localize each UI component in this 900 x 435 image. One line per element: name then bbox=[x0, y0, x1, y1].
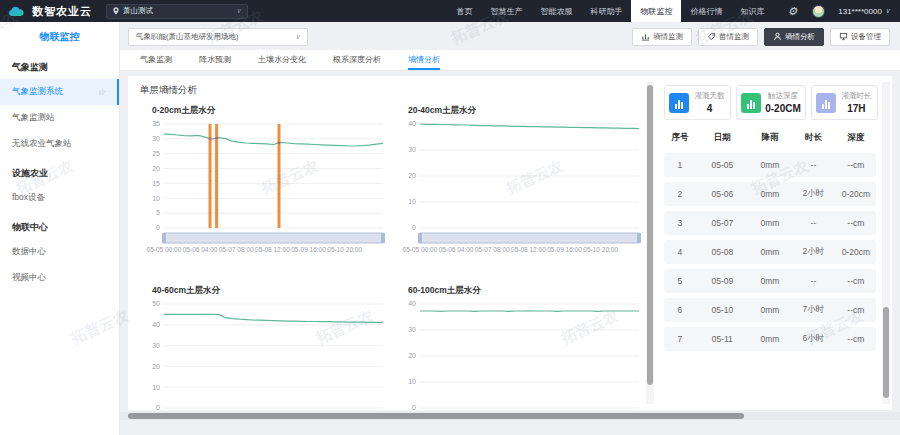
sidebar-item-气象监测站[interactable]: 气象监测站 bbox=[0, 105, 119, 131]
svg-text:05-10 20:00: 05-10 20:00 bbox=[327, 246, 362, 253]
table-cell: 0-20cm bbox=[836, 189, 876, 199]
sidebar-item-视频中心[interactable]: 视频中心 bbox=[0, 265, 119, 291]
table-cell: 05-09 bbox=[696, 276, 749, 286]
svg-text:0: 0 bbox=[412, 404, 416, 410]
column-header: 序号 bbox=[664, 132, 696, 144]
sidebar-group-label: 物联中心 bbox=[0, 211, 119, 239]
scrollbar-thumb[interactable] bbox=[883, 307, 889, 397]
sidebar-group-label: 设施农业 bbox=[0, 157, 119, 185]
table-cell: 4 bbox=[664, 247, 696, 257]
tab-墒情分析[interactable]: 墒情分析 bbox=[408, 50, 440, 70]
sidebar-item-label: 气象监测站 bbox=[12, 112, 55, 124]
column-header: 深度 bbox=[836, 132, 876, 144]
table-cell: 05-11 bbox=[696, 334, 749, 344]
person-icon bbox=[773, 32, 782, 41]
svg-text:30: 30 bbox=[152, 342, 160, 349]
sidebar-item-fbox设备[interactable]: fbox设备 bbox=[0, 185, 119, 211]
table-cell: 5 bbox=[664, 276, 696, 286]
svg-text:40: 40 bbox=[152, 321, 160, 328]
irrigation-table: 序号日期降雨时长深度105-050mm----cm205-060mm2小时0-2… bbox=[664, 129, 878, 410]
action-button-墒情分析[interactable]: 墒情分析 bbox=[764, 28, 824, 46]
table-cell: 1 bbox=[664, 160, 696, 170]
action-button-苗情监测[interactable]: 苗情监测 bbox=[698, 28, 758, 46]
table-row[interactable]: 605-100mm7小时--cm bbox=[664, 298, 876, 322]
column-header: 时长 bbox=[791, 132, 836, 144]
table-cell: 05-06 bbox=[696, 189, 749, 199]
soil-moisture-chart[interactable]: 40-60cm土层水分0102030405005-05 00:0005-06 0… bbox=[138, 282, 390, 410]
table-row[interactable]: 205-060mm2小时0-20cm bbox=[664, 182, 876, 206]
table-cell: 3 bbox=[664, 218, 696, 228]
nav-item-首页[interactable]: 首页 bbox=[447, 0, 481, 22]
stat-label: 灌溉时长 bbox=[840, 91, 873, 101]
user-avatar[interactable] bbox=[812, 5, 825, 18]
table-cell: 6小时 bbox=[791, 333, 836, 345]
table-row[interactable]: 505-090mm----cm bbox=[664, 269, 876, 293]
stat-card-灌溉时长: 灌溉时长17H bbox=[811, 85, 878, 120]
table-cell: 05-08 bbox=[696, 247, 749, 257]
sidebar-item-数据中心[interactable]: 数据中心 bbox=[0, 239, 119, 265]
nav-item-知识库[interactable]: 知识库 bbox=[731, 0, 773, 22]
tab-降水预测[interactable]: 降水预测 bbox=[199, 50, 231, 70]
svg-text:5: 5 bbox=[156, 209, 160, 216]
charts-vertical-scrollbar[interactable] bbox=[646, 82, 654, 404]
action-button-设备管理[interactable]: 设备管理 bbox=[830, 28, 890, 46]
svg-text:40: 40 bbox=[408, 120, 416, 127]
tab-土壤水分变化[interactable]: 土壤水分变化 bbox=[258, 50, 306, 70]
svg-text:10: 10 bbox=[152, 384, 160, 391]
action-label: 墒情监测 bbox=[653, 32, 683, 42]
table-cell: 0mm bbox=[749, 276, 791, 286]
action-label: 墒情分析 bbox=[785, 32, 815, 42]
nav-item-智慧生产[interactable]: 智慧生产 bbox=[481, 0, 531, 22]
svg-text:05-07 08:00: 05-07 08:00 bbox=[219, 246, 254, 253]
sidebar-item-label: 无线农业气象站 bbox=[12, 138, 72, 150]
soil-moisture-chart[interactable]: 0-20cm土层水分0510152025303505-05 00:0005-06… bbox=[138, 102, 390, 272]
top-nav: 首页智慧生产智能农服科研助手物联监控价格行情知识库 bbox=[447, 0, 773, 22]
device-selector[interactable]: 气象职能(萧山基地研发用场地) bbox=[128, 28, 308, 46]
nav-item-智能农服[interactable]: 智能农服 bbox=[531, 0, 581, 22]
nav-item-物联监控[interactable]: 物联监控 bbox=[631, 0, 681, 22]
table-row[interactable]: 305-070mm----cm bbox=[664, 211, 876, 235]
content-card-wrap: 单层墒情分析 0-20cm土层水分0510152025303505-05 00:… bbox=[120, 71, 900, 410]
sidebar-item-气象监测系统[interactable]: 气象监测系统 bbox=[0, 79, 119, 105]
svg-text:05-05 00:00: 05-05 00:00 bbox=[147, 246, 182, 253]
location-selector[interactable]: 萧山测试 bbox=[106, 4, 248, 19]
svg-text:05-05 00:00: 05-05 00:00 bbox=[403, 246, 438, 253]
table-row[interactable]: 705-110mm6小时--cm bbox=[664, 327, 876, 351]
tab-根系深度分析[interactable]: 根系深度分析 bbox=[333, 50, 381, 70]
user-phone: 131****0000 bbox=[838, 7, 882, 16]
star-icon[interactable] bbox=[97, 88, 105, 97]
svg-text:0: 0 bbox=[156, 404, 160, 410]
table-cell: --cm bbox=[836, 334, 876, 344]
horizontal-scrollbar[interactable] bbox=[120, 412, 900, 420]
column-header: 日期 bbox=[696, 132, 749, 144]
scrollbar-thumb[interactable] bbox=[128, 413, 744, 419]
table-row[interactable]: 105-050mm----cm bbox=[664, 153, 876, 177]
table-row[interactable]: 405-080mm2小时0-20cm bbox=[664, 240, 876, 264]
sidebar-title: 物联监控 bbox=[0, 22, 119, 51]
svg-text:20: 20 bbox=[152, 165, 160, 172]
settings-gear-icon[interactable] bbox=[787, 6, 797, 17]
nav-item-科研助手[interactable]: 科研助手 bbox=[581, 0, 631, 22]
svg-text:05-08 12:00: 05-08 12:00 bbox=[255, 246, 290, 253]
svg-text:05-07 08:00: 05-07 08:00 bbox=[475, 246, 510, 253]
table-vertical-scrollbar[interactable] bbox=[882, 82, 890, 404]
content-card: 单层墒情分析 0-20cm土层水分0510152025303505-05 00:… bbox=[128, 76, 892, 410]
sidebar-item-无线农业气象站[interactable]: 无线农业气象站 bbox=[0, 131, 119, 157]
table-cell: 2小时 bbox=[791, 188, 836, 200]
action-button-墒情监测[interactable]: 墒情监测 bbox=[632, 28, 692, 46]
user-menu[interactable]: 131****0000 bbox=[838, 7, 890, 16]
table-cell: 2 bbox=[664, 189, 696, 199]
svg-text:20: 20 bbox=[408, 352, 416, 359]
stat-card-触达深度: 触达深度0-20CM bbox=[736, 85, 806, 120]
svg-text:25: 25 bbox=[152, 150, 160, 157]
scrollbar-thumb[interactable] bbox=[647, 85, 653, 384]
soil-moisture-chart[interactable]: 60-100cm土层水分01020304005-05 00:0005-06 04… bbox=[394, 282, 646, 410]
nav-item-价格行情[interactable]: 价格行情 bbox=[681, 0, 731, 22]
stat-cards: 灌溉天数4触达深度0-20CM灌溉时长17H bbox=[664, 85, 878, 120]
chart-title: 0-20cm土层水分 bbox=[138, 102, 390, 118]
soil-moisture-chart[interactable]: 20-40cm土层水分01020304005-05 00:0005-06 04:… bbox=[394, 102, 646, 272]
stat-card-灌溉天数: 灌溉天数4 bbox=[664, 85, 731, 120]
tab-气象监测[interactable]: 气象监测 bbox=[140, 50, 172, 70]
svg-text:50: 50 bbox=[152, 300, 160, 307]
bar-chart-icon bbox=[669, 93, 689, 113]
